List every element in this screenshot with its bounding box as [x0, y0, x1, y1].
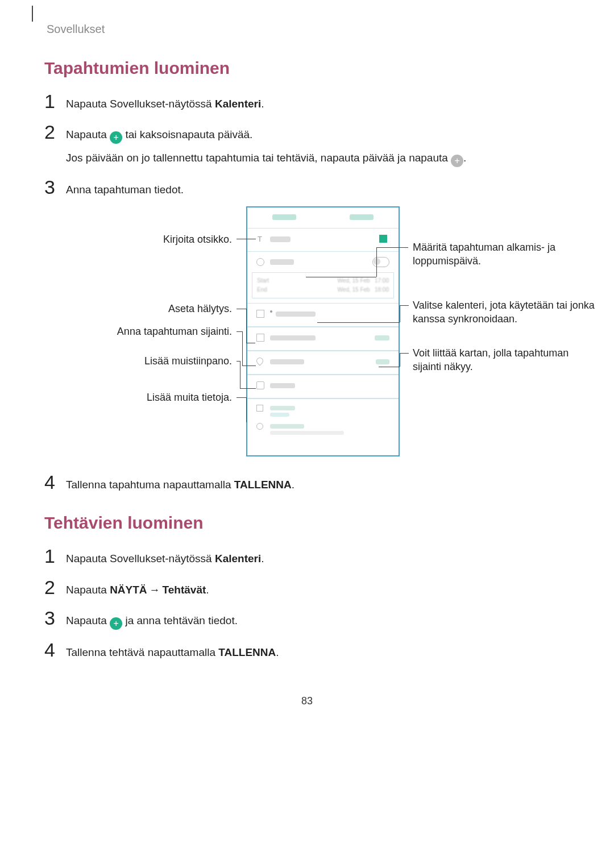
step-1: 1 Napauta Sovellukset-näytössä Kalenteri… [44, 92, 570, 112]
step-2: 2 Napauta + tai kaksoisnapauta päivää. J… [44, 122, 570, 167]
callout-dates: Määritä tapahtuman alkamis- ja loppumisp… [413, 240, 589, 268]
callout-line [237, 331, 242, 332]
plus-icon: + [110, 131, 122, 144]
step-number: 4 [44, 640, 66, 659]
text: Anna tapahtuman tiedot. [66, 184, 184, 196]
step-4: 4 Tallenna tehtävä napauttamalla TALLENN… [44, 640, 570, 661]
text: Napauta [66, 128, 110, 140]
section-title-events: Tapahtumien luominen [44, 59, 570, 78]
callout-line [400, 353, 400, 367]
callout-map: Voit liittää kartan, jolla tapahtuman si… [413, 346, 583, 374]
text: . [463, 152, 466, 164]
bold: TALLENNA [218, 646, 276, 658]
step-subtext: Jos päivään on jo tallennettu tapahtumia… [66, 149, 570, 167]
mock-alarm-row [247, 327, 399, 351]
callout-line [242, 366, 256, 366]
callout-line [246, 397, 247, 422]
step-2: 2 Napauta NÄYTÄ→Tehtävät. [44, 578, 570, 598]
text: Tallenna tapahtuma napauttamalla [66, 479, 234, 491]
callout-line [379, 367, 400, 367]
step-body: Tallenna tapahtuma napauttamalla TALLENN… [66, 472, 570, 493]
mock-topbar [247, 207, 399, 229]
step-number: 1 [44, 92, 66, 111]
callout-title: Kirjoita otsikko. [44, 232, 232, 246]
mock-repeat-row [247, 398, 399, 417]
step-4: 4 Tallenna tapahtuma napauttamalla TALLE… [44, 472, 570, 493]
callout-line [376, 247, 408, 248]
step-number: 4 [44, 472, 66, 492]
callout-line [240, 361, 240, 388]
plus-icon: + [110, 617, 122, 630]
text: ja anna tehtävän tiedot. [122, 614, 238, 626]
step-body: Napauta NÄYTÄ→Tehtävät. [66, 578, 570, 598]
text: . [261, 98, 264, 110]
step-body: Anna tapahtuman tiedot. [66, 177, 570, 198]
plus-icon: + [451, 155, 463, 167]
text: . [261, 553, 264, 564]
step-number: 2 [44, 122, 66, 142]
callout-location: Anna tapahtuman sijainti. [44, 325, 232, 338]
callout-line [237, 397, 246, 398]
text: Napauta [66, 584, 110, 596]
mock-timezone-row [247, 417, 399, 438]
callout-line [240, 388, 256, 389]
steps-events-cont: 4 Tallenna tapahtuma napauttamalla TALLE… [44, 472, 570, 493]
callout-line [237, 239, 256, 239]
callout-note: Lisää muistiinpano. [44, 354, 232, 368]
steps-tasks: 1 Napauta Sovellukset-näytössä Kalenteri… [44, 546, 570, 661]
text: Napauta Sovellukset-näytössä [66, 98, 215, 110]
callout-calendar: Valitse kalenteri, jota käytetään tai jo… [413, 298, 600, 326]
steps-events: 1 Napauta Sovellukset-näytössä Kalenteri… [44, 92, 570, 198]
event-diagram: T StartWed, 15 Feb 17:00 EndWed, 15 Feb … [44, 206, 570, 462]
text: Napauta Sovellukset-näytössä [66, 553, 215, 564]
arrow-icon: → [150, 584, 160, 596]
bold: Kalenteri [215, 98, 261, 110]
text: . [276, 646, 279, 658]
callout-alarm: Aseta hälytys. [44, 302, 232, 315]
bold: Tehtävät [163, 584, 206, 596]
bold: NÄYTÄ [110, 584, 147, 596]
step-number: 2 [44, 578, 66, 597]
page-number: 83 [44, 695, 570, 707]
mock-dates: StartWed, 15 Feb 17:00 EndWed, 15 Feb 18… [252, 272, 394, 298]
bold: TALLENNA [234, 479, 292, 491]
callout-line [400, 305, 400, 322]
callout-line [317, 322, 400, 323]
callout-line [306, 277, 376, 277]
text: . [206, 584, 209, 596]
text: Jos päivään on jo tallennettu tapahtumia… [66, 152, 451, 164]
callout-line [237, 309, 246, 309]
step-body: Napauta + tai kaksoisnapauta päivää. Jos… [66, 122, 570, 167]
text: tai kaksoisnapauta päivää. [122, 128, 252, 140]
step-body: Napauta Sovellukset-näytössä Kalenteri. [66, 546, 570, 567]
step-number: 3 [44, 608, 66, 628]
step-3: 3 Anna tapahtuman tiedot. [44, 177, 570, 198]
mock-location-row [247, 351, 399, 375]
step-body: Tallenna tehtävä napauttamalla TALLENNA. [66, 640, 570, 661]
step-3: 3 Napauta + ja anna tehtävän tiedot. [44, 608, 570, 630]
header-rule [32, 6, 33, 22]
step-body: Napauta Sovellukset-näytössä Kalenteri. [66, 92, 570, 112]
text: Napauta [66, 614, 110, 626]
callout-line [246, 343, 255, 343]
bold: Kalenteri [215, 553, 261, 564]
mock-note-row [247, 375, 399, 398]
step-body: Napauta + ja anna tehtävän tiedot. [66, 608, 570, 630]
step-number: 3 [44, 177, 66, 197]
section-title-tasks: Tehtävien luominen [44, 513, 570, 533]
mock-calendar-row [247, 303, 399, 327]
phone-mock: T StartWed, 15 Feb 17:00 EndWed, 15 Feb … [246, 206, 400, 456]
running-header: Sovellukset [47, 23, 570, 36]
callout-line [400, 353, 409, 354]
callout-line [246, 309, 247, 343]
page: Sovellukset Tapahtumien luominen 1 Napau… [0, 0, 614, 730]
step-1: 1 Napauta Sovellukset-näytössä Kalenteri… [44, 546, 570, 567]
callout-line [376, 247, 377, 277]
callout-line [400, 305, 409, 306]
callout-more: Lisää muita tietoja. [44, 391, 232, 404]
text: . [292, 479, 294, 491]
text: Tallenna tehtävä napauttamalla [66, 646, 218, 658]
step-number: 1 [44, 546, 66, 566]
callout-line [242, 331, 243, 366]
